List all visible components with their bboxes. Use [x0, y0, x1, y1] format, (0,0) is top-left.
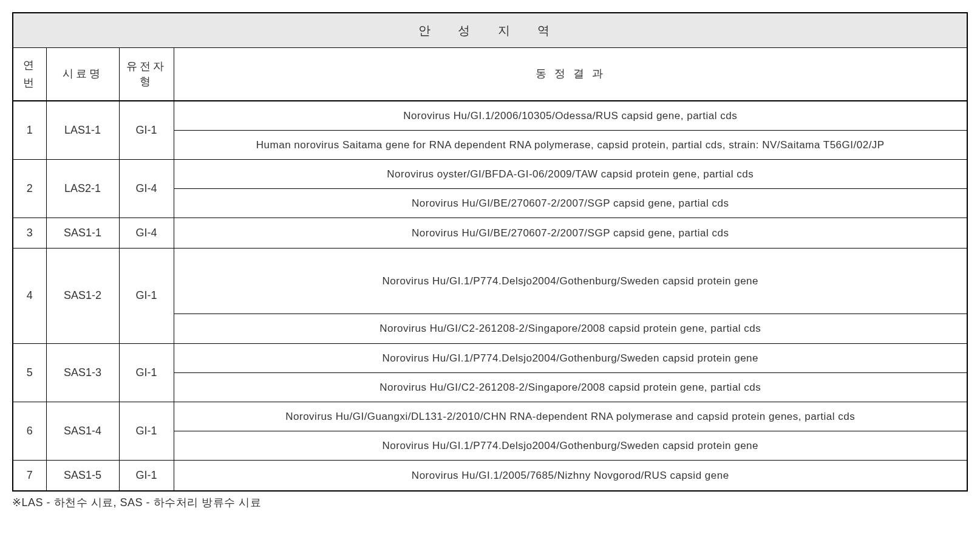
cell-result: Norovirus Hu/GI.1/P774.Delsjo2004/Gothen…	[174, 431, 967, 461]
table-row: 7SAS1-5GI-1Norovirus Hu/GI.1/2005/7685/N…	[13, 461, 967, 491]
cell-result: Norovirus Hu/GI/BE/270607-2/2007/SGP cap…	[174, 189, 967, 218]
cell-type: GI-4	[119, 159, 174, 218]
cell-sample: SAS1-2	[46, 249, 119, 343]
cell-result: Norovirus Hu/GI.1/P774.Delsjo2004/Gothen…	[174, 249, 967, 314]
header-type: 유전자형	[119, 48, 174, 101]
header-sample: 시료명	[46, 48, 119, 101]
cell-sample: SAS1-5	[46, 461, 119, 491]
cell-result: Norovirus Hu/GI.1/2006/10305/Odessa/RUS …	[174, 101, 967, 131]
cell-num: 7	[13, 461, 46, 491]
cell-result: Norovirus Hu/GI/Guangxi/DL131-2/2010/CHN…	[174, 402, 967, 431]
cell-type: GI-1	[119, 402, 174, 460]
table-row: 2LAS2-1GI-4Norovirus oyster/GI/BFDA-GI-0…	[13, 159, 967, 188]
table-body: 1LAS1-1GI-1Norovirus Hu/GI.1/2006/10305/…	[13, 101, 967, 491]
cell-type: GI-1	[119, 343, 174, 402]
cell-num: 6	[13, 402, 46, 460]
cell-num: 4	[13, 249, 46, 343]
table-row: 3SAS1-1GI-4Norovirus Hu/GI/BE/270607-2/2…	[13, 218, 967, 249]
cell-num: 1	[13, 101, 46, 160]
cell-type: GI-1	[119, 101, 174, 160]
cell-result: Norovirus Hu/GI/BE/270607-2/2007/SGP cap…	[174, 218, 967, 249]
header-num: 연번	[13, 48, 46, 101]
title-row: 안 성 지 역	[13, 13, 967, 48]
cell-num: 5	[13, 343, 46, 402]
cell-sample: SAS1-3	[46, 343, 119, 402]
table-row: 4SAS1-2GI-1Norovirus Hu/GI.1/P774.Delsjo…	[13, 249, 967, 314]
cell-type: GI-4	[119, 218, 174, 249]
table-container: 안 성 지 역 연번 시료명 유전자형 동 정 결 과 1LAS1-1GI-1N…	[12, 12, 968, 510]
cell-sample: SAS1-1	[46, 218, 119, 249]
cell-sample: SAS1-4	[46, 402, 119, 460]
cell-result: Norovirus Hu/GI/C2-261208-2/Singapore/20…	[174, 372, 967, 402]
cell-result: Norovirus Hu/GI/C2-261208-2/Singapore/20…	[174, 314, 967, 343]
cell-type: GI-1	[119, 249, 174, 343]
cell-result: Norovirus oyster/GI/BFDA-GI-06/2009/TAW …	[174, 159, 967, 188]
cell-result: Human norovirus Saitama gene for RNA dep…	[174, 130, 967, 159]
cell-sample: LAS1-1	[46, 101, 119, 160]
table-row: 5SAS1-3GI-1Norovirus Hu/GI.1/P774.Delsjo…	[13, 343, 967, 372]
table-title: 안 성 지 역	[13, 13, 967, 48]
cell-num: 3	[13, 218, 46, 249]
data-table: 안 성 지 역 연번 시료명 유전자형 동 정 결 과 1LAS1-1GI-1N…	[12, 12, 968, 492]
cell-sample: LAS2-1	[46, 159, 119, 218]
cell-type: GI-1	[119, 461, 174, 491]
cell-result: Norovirus Hu/GI.1/P774.Delsjo2004/Gothen…	[174, 343, 967, 372]
cell-num: 2	[13, 159, 46, 218]
header-row: 연번 시료명 유전자형 동 정 결 과	[13, 48, 967, 101]
table-row: 6SAS1-4GI-1Norovirus Hu/GI/Guangxi/DL131…	[13, 402, 967, 431]
table-row: 1LAS1-1GI-1Norovirus Hu/GI.1/2006/10305/…	[13, 101, 967, 131]
cell-result: Norovirus Hu/GI.1/2005/7685/Nizhny Novgo…	[174, 461, 967, 491]
footnote: ※LAS - 하천수 시료, SAS - 하수처리 방류수 시료	[12, 495, 968, 510]
header-result: 동 정 결 과	[174, 48, 967, 101]
